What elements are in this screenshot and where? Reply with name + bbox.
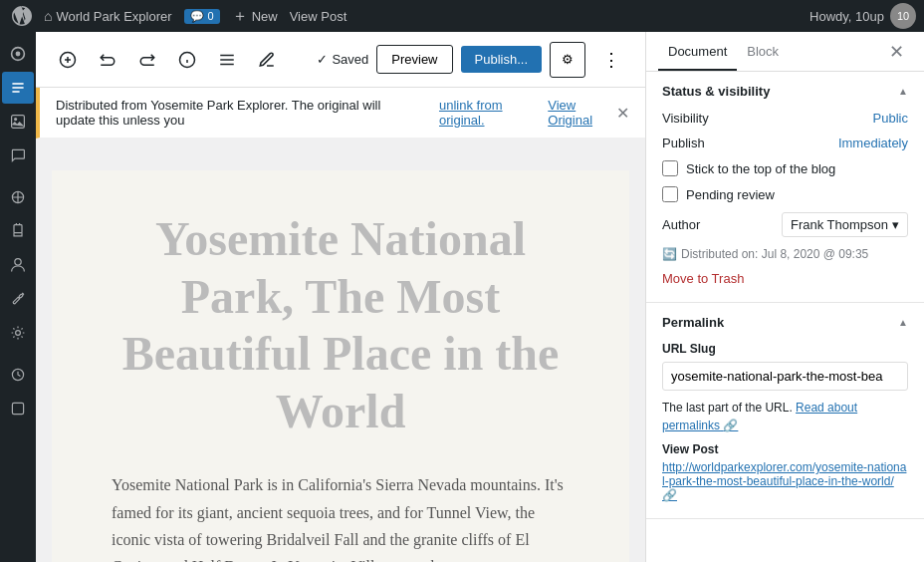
admin-bar-site[interactable]: ⌂ World Park Explorer: [44, 8, 172, 24]
move-to-trash-label: Move to Trash: [662, 271, 744, 286]
sidebar-plugins[interactable]: [2, 215, 34, 247]
right-sidebar: Document Block ✕ Status & visibility ▲ V…: [645, 32, 924, 562]
new-content-link[interactable]: ＋ New: [232, 6, 278, 27]
sidebar-close-button[interactable]: ✕: [881, 33, 912, 71]
publish-label: Publish...: [475, 52, 528, 67]
wp-logo[interactable]: [8, 2, 36, 30]
view-post-url: http://worldparkexplorer.com/yosemite-na…: [662, 460, 906, 488]
tab-block[interactable]: Block: [737, 32, 789, 71]
visibility-label: Visibility: [662, 111, 709, 126]
publish-button[interactable]: Publish...: [461, 46, 542, 73]
editor-layout: ✓ Saved Preview Publish... ⚙ ⋮ Distribut…: [0, 32, 924, 562]
unlink-original-link[interactable]: unlink from original.: [439, 98, 529, 128]
svg-rect-3: [12, 87, 23, 89]
preview-button[interactable]: Preview: [376, 45, 452, 74]
svg-rect-2: [12, 83, 23, 85]
tools-button[interactable]: [251, 44, 283, 76]
visibility-row: Visibility Public: [662, 111, 908, 126]
view-post-section: View Post http://worldparkexplorer.com/y…: [662, 442, 908, 502]
editor-content[interactable]: Yosemite National Park, The Most Beautif…: [36, 139, 645, 562]
stick-to-top-checkbox[interactable]: [662, 160, 678, 176]
sidebar-tabs: Document Block ✕: [646, 32, 924, 72]
home-icon: ⌂: [44, 8, 52, 24]
view-post-url-link[interactable]: http://worldparkexplorer.com/yosemite-na…: [662, 460, 906, 502]
editor-canvas[interactable]: Yosemite National Park, The Most Beautif…: [52, 170, 629, 562]
author-select[interactable]: Frank Thompson ▾: [782, 212, 908, 237]
chevron-up-icon: ▲: [898, 86, 908, 97]
distributed-text: Distributed on: Jul 8, 2020 @ 09:35: [681, 247, 868, 261]
permalink-title: Permalink: [662, 315, 724, 330]
sidebar-dashboard[interactable]: [2, 38, 34, 70]
external-link-icon: 🔗: [723, 419, 738, 432]
tab-block-label: Block: [747, 44, 779, 59]
view-original-label: View Original: [548, 98, 592, 128]
move-to-trash-button[interactable]: Move to Trash: [662, 271, 744, 286]
sidebar-posts[interactable]: [2, 72, 34, 104]
more-options-button[interactable]: ⋮: [593, 42, 629, 78]
list-view-button[interactable]: [211, 44, 243, 76]
permalink-body: URL Slug The last part of the URL. Read …: [646, 342, 924, 518]
author-label: Author: [662, 217, 700, 232]
sidebar-extra1[interactable]: [2, 359, 34, 391]
visibility-value-link[interactable]: Public: [873, 111, 908, 126]
tab-document[interactable]: Document: [658, 32, 737, 71]
wp-admin-sidebar: [0, 32, 36, 562]
undo-button[interactable]: [92, 44, 123, 76]
svg-rect-8: [14, 225, 22, 233]
view-post-label: View Post: [662, 442, 908, 456]
checkmark-icon: ✓: [317, 52, 328, 67]
notification-close-button[interactable]: ✕: [616, 104, 629, 123]
svg-rect-12: [12, 403, 23, 414]
editor-main: ✓ Saved Preview Publish... ⚙ ⋮ Distribut…: [36, 32, 645, 562]
post-body[interactable]: Yosemite National Park is in California'…: [112, 471, 570, 562]
sidebar-appearance[interactable]: [2, 181, 34, 213]
svg-rect-4: [12, 91, 19, 93]
user-avatar[interactable]: 10: [890, 3, 916, 29]
view-post-external-icon: 🔗: [662, 488, 677, 502]
add-block-button[interactable]: [52, 44, 84, 76]
saved-indicator: ✓ Saved: [317, 52, 368, 67]
sidebar-comments[interactable]: [2, 140, 34, 171]
info-button[interactable]: [171, 44, 203, 76]
settings-icon: ⚙: [562, 52, 574, 67]
url-slug-label: URL Slug: [662, 342, 908, 356]
view-post-link[interactable]: View Post: [290, 9, 347, 24]
svg-point-9: [15, 259, 21, 265]
view-post-text: View Post: [290, 9, 347, 24]
comments-link[interactable]: 💬 0: [184, 9, 220, 24]
stick-to-top-label: Stick to the top of the blog: [686, 161, 835, 176]
post-title[interactable]: Yosemite National Park, The Most Beautif…: [112, 210, 570, 439]
status-visibility-body: Visibility Public Publish Immediately St…: [646, 111, 924, 302]
sidebar-tools[interactable]: [2, 283, 34, 315]
publish-label-text: Publish: [662, 136, 705, 150]
site-name-text: World Park Explorer: [56, 9, 171, 24]
permalink-chevron-icon: ▲: [898, 317, 908, 328]
sidebar-media[interactable]: [2, 106, 34, 138]
permalink-info: The last part of the URL. Read about per…: [662, 399, 908, 434]
status-visibility-header[interactable]: Status & visibility ▲: [646, 72, 924, 111]
url-slug-input[interactable]: [662, 362, 908, 391]
more-icon: ⋮: [602, 49, 620, 71]
permalink-info-text: The last part of the URL.: [662, 401, 793, 415]
visibility-value: Public: [873, 111, 908, 126]
status-visibility-title: Status & visibility: [662, 84, 770, 99]
view-original-link[interactable]: View Original: [548, 98, 608, 128]
howdy-text: Howdy, 10up: [809, 9, 884, 24]
sidebar-users[interactable]: [2, 249, 34, 281]
plus-icon: ＋: [232, 6, 248, 27]
permalink-header[interactable]: Permalink ▲: [646, 303, 924, 342]
settings-button[interactable]: ⚙: [550, 42, 585, 78]
svg-point-10: [16, 331, 21, 336]
sidebar-extra2[interactable]: [2, 393, 34, 424]
svg-point-6: [14, 118, 17, 121]
comments-count: 0: [208, 10, 214, 22]
notification-text: Distributed from Yosemite Park Explorer.…: [56, 98, 419, 128]
stick-to-top-row: Stick to the top of the blog: [662, 160, 908, 176]
pending-review-checkbox[interactable]: [662, 186, 678, 202]
avatar-initials: 10: [897, 10, 909, 22]
publish-value-link[interactable]: Immediately: [838, 136, 908, 150]
redo-button[interactable]: [131, 44, 163, 76]
notification-banner: Distributed from Yosemite Park Explorer.…: [36, 88, 645, 139]
sidebar-settings[interactable]: [2, 317, 34, 349]
admin-bar: ⌂ World Park Explorer 💬 0 ＋ New View Pos…: [0, 0, 924, 32]
